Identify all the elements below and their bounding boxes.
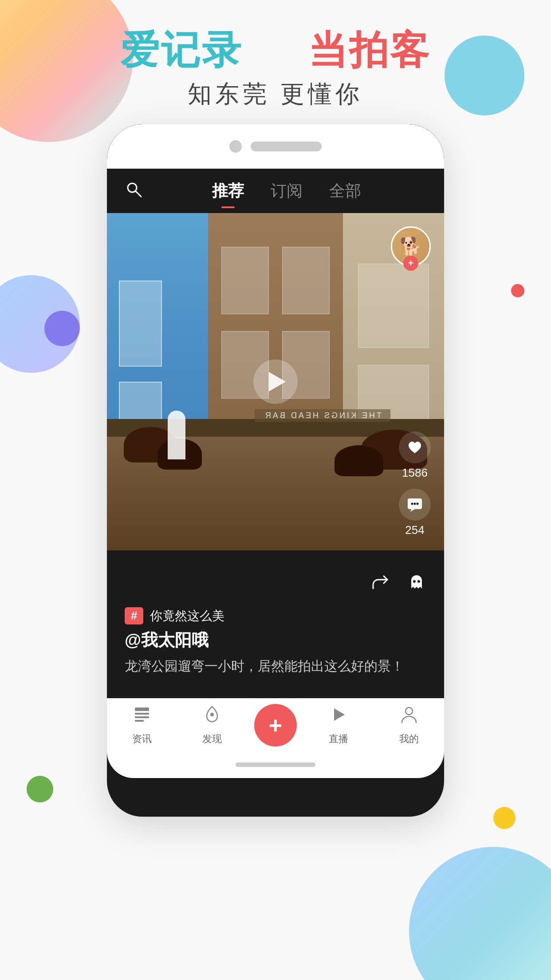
svg-point-3 <box>411 503 413 505</box>
promo-title-blue: 爱记录 <box>120 28 243 72</box>
deco-dot-right <box>511 284 524 297</box>
hashtag-row: # 你竟然这么美 <box>125 607 426 624</box>
follow-button[interactable]: + <box>403 256 418 271</box>
tab-all[interactable]: 全部 <box>329 176 361 206</box>
shrub-4 <box>335 445 383 476</box>
nav-label-live: 直播 <box>329 732 348 746</box>
nav-label-news: 资讯 <box>132 732 152 746</box>
sign-text-content: THE KINGS HEAD BAR <box>255 409 390 422</box>
svg-rect-9 <box>135 713 149 715</box>
play-button[interactable] <box>253 360 298 404</box>
svg-rect-10 <box>135 716 149 718</box>
video-area: THE KINGS HEAD BAR 🐕 + <box>107 213 444 550</box>
home-indicator <box>236 763 315 767</box>
promo-title: 爱记录 当拍客 <box>0 27 551 74</box>
comment-count: 254 <box>405 523 424 537</box>
svg-point-7 <box>417 580 420 583</box>
comment-button[interactable]: 254 <box>399 489 431 537</box>
live-icon <box>329 705 348 729</box>
phone-bottom-bar <box>107 751 444 778</box>
phone-top-bar <box>107 124 444 169</box>
hashtag-text: 你竟然这么美 <box>150 608 224 624</box>
phone-camera <box>229 140 242 153</box>
author-avatar-container: 🐕 + <box>391 226 431 266</box>
deco-blob-bottom-left <box>27 776 53 802</box>
share-row <box>125 564 426 601</box>
svg-rect-8 <box>135 707 149 711</box>
news-icon <box>132 705 152 729</box>
person-silhouette <box>168 411 185 459</box>
deco-blob-left-small <box>44 311 80 346</box>
promo-title-space <box>255 28 296 72</box>
svg-marker-13 <box>334 708 345 721</box>
comment-icon <box>399 489 431 521</box>
nav-label-discover: 发现 <box>202 732 222 746</box>
svg-point-6 <box>413 580 416 583</box>
phone-speaker <box>251 142 322 151</box>
svg-rect-11 <box>135 720 144 722</box>
ghost-button[interactable] <box>407 573 426 596</box>
discover-icon <box>202 705 222 729</box>
building-sign: THE KINGS HEAD BAR <box>201 409 444 422</box>
tab-recommended[interactable]: 推荐 <box>212 176 244 206</box>
nav-label-profile: 我的 <box>399 732 419 746</box>
svg-point-5 <box>417 503 419 505</box>
search-icon[interactable] <box>125 180 147 202</box>
deco-blob-bottom-right <box>409 847 551 980</box>
hashtag-badge: # <box>125 607 143 624</box>
deco-dot-bottom-right <box>493 807 516 829</box>
nav-item-post[interactable]: + <box>248 704 304 747</box>
navigation-bar: 推荐 订阅 全部 <box>107 169 444 213</box>
like-count: 1586 <box>402 466 428 480</box>
nav-tabs: 推荐 订阅 全部 <box>147 176 426 206</box>
content-area: # 你竟然这么美 @我太阳哦 龙湾公园遛弯一小时，居然能拍出这么好的景！ <box>107 550 444 698</box>
nav-item-discover[interactable]: 发现 <box>177 705 247 746</box>
post-add-button[interactable]: + <box>254 704 297 747</box>
bottom-navigation: 资讯 发现 + 直播 <box>107 698 444 751</box>
play-triangle-icon <box>269 372 286 391</box>
tab-subscribed[interactable]: 订阅 <box>271 176 303 206</box>
nav-item-profile[interactable]: 我的 <box>374 705 444 746</box>
svg-point-14 <box>405 707 413 715</box>
action-buttons-container: 1586 254 <box>399 431 431 537</box>
svg-point-4 <box>414 503 416 505</box>
profile-icon <box>399 705 419 729</box>
like-button[interactable]: 1586 <box>399 431 431 480</box>
nav-item-live[interactable]: 直播 <box>303 705 374 746</box>
share-button[interactable] <box>370 573 389 596</box>
content-username[interactable]: @我太阳哦 <box>125 629 426 652</box>
promo-subtitle: 知东莞 更懂你 <box>0 78 551 111</box>
like-icon <box>399 431 431 463</box>
phone-mockup: 推荐 订阅 全部 <box>107 124 444 817</box>
svg-point-12 <box>210 713 214 716</box>
content-description: 龙湾公园遛弯一小时，居然能拍出这么好的景！ <box>125 656 426 676</box>
nav-item-news[interactable]: 资讯 <box>107 705 177 746</box>
promo-area: 爱记录 当拍客 知东莞 更懂你 <box>0 27 551 111</box>
svg-line-1 <box>136 191 141 197</box>
phone-inner: 推荐 订阅 全部 <box>107 124 444 817</box>
promo-title-red: 当拍客 <box>308 28 431 72</box>
